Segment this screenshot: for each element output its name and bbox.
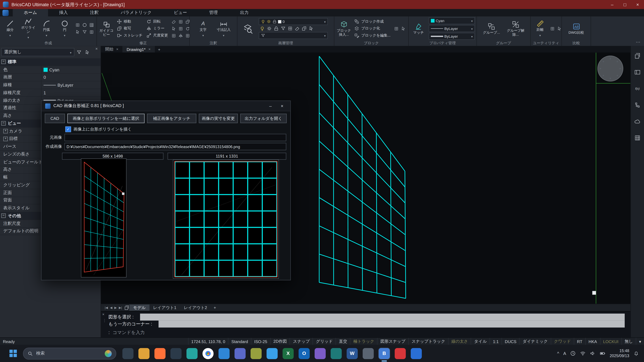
excel-icon[interactable]: X (282, 348, 294, 359)
arc-button[interactable]: 円弧 (38, 17, 55, 39)
status-field-17[interactable]: HKA (585, 338, 600, 345)
dialog-minimize-button[interactable]: – (269, 103, 272, 108)
circle-button[interactable]: 円 (56, 17, 73, 39)
vscode-icon[interactable] (218, 348, 230, 359)
property-value[interactable]: 1 (41, 89, 100, 96)
prev-layout-button[interactable]: ◀ (110, 306, 112, 309)
boundary-icon[interactable] (89, 29, 94, 34)
property-value[interactable]: Cyan (41, 66, 100, 73)
drag-handle-icon[interactable]: ⋮ (103, 320, 106, 322)
status-field-13[interactable]: DUCS (502, 338, 519, 345)
expand-icon[interactable]: + (3, 129, 8, 133)
word-icon[interactable]: W (347, 348, 358, 359)
app-indigo-icon[interactable] (234, 348, 246, 359)
bricsys-logo-icon[interactable] (2, 10, 9, 16)
checkbox-checked[interactable] (65, 126, 71, 132)
status-field-12[interactable]: 1:1 (490, 338, 502, 345)
panels-icon[interactable] (634, 69, 641, 75)
join-icon[interactable] (185, 33, 190, 38)
structure-panel-icon[interactable] (634, 102, 641, 108)
status-field-10[interactable]: 線の太さ (448, 338, 471, 345)
wifi-icon[interactable] (580, 351, 586, 356)
layer-tool-icon[interactable] (288, 26, 293, 31)
text-button[interactable]: A 文字 (194, 17, 212, 39)
block-create-button[interactable]: ブロック作成 (353, 18, 392, 25)
status-field-7[interactable]: 極トラック (350, 338, 377, 345)
dialog-title-bar[interactable]: CAD 画像台形補正 0.81 [ BricsCAD ] – × (42, 101, 290, 111)
rotate-button[interactable]: 回転 (145, 18, 169, 25)
last-layout-button[interactable]: ▶| (119, 306, 122, 309)
trim-icon[interactable] (178, 19, 183, 24)
match-properties-button[interactable]: マッチ (410, 17, 427, 39)
mirror-button[interactable]: ミラー (145, 25, 169, 32)
collapse-icon[interactable]: − (1, 121, 6, 126)
block-insert-button[interactable]: ブロック挿入... (336, 17, 352, 39)
layer-tool-icon[interactable] (260, 26, 265, 31)
move-button[interactable]: 移動 (116, 18, 144, 25)
array-icon[interactable] (178, 26, 183, 31)
region-icon[interactable] (82, 29, 87, 34)
next-layout-button[interactable]: ▶ (114, 306, 117, 309)
status-field-11[interactable]: タイル (471, 338, 490, 345)
property-value[interactable]: ByLayer (41, 81, 100, 89)
taskbar-search[interactable]: 検索 (23, 348, 116, 359)
block-edit-button[interactable]: ブロックを編集... (353, 32, 392, 39)
property-value[interactable]: 0 (41, 74, 100, 81)
status-field-9[interactable]: スナップトラック (408, 338, 448, 345)
file-explorer-icon[interactable] (138, 348, 150, 359)
render-panel-icon[interactable] (634, 135, 641, 141)
rectangle-icon[interactable] (75, 23, 80, 27)
explode-icon[interactable] (178, 33, 183, 38)
hatch-icon[interactable] (89, 23, 94, 27)
layout-tab-layout2[interactable]: レイアウト2 (180, 305, 211, 311)
change-image-size-button[interactable]: 画像の実寸を変更 (199, 114, 238, 123)
status-field-6[interactable]: 直交 (336, 338, 350, 345)
dwg-compare-button[interactable]: AB DWG比較 (565, 17, 588, 39)
calculator-icon[interactable] (186, 348, 198, 359)
status-field-19[interactable]: 無し (621, 338, 636, 345)
attach-corrected-image-button[interactable]: 補正画像をアタッチ (147, 114, 196, 123)
ribbon-tab-3[interactable]: パラメトリック (110, 9, 163, 16)
point-icon[interactable] (75, 29, 80, 34)
color-select[interactable]: Cyan (429, 17, 475, 24)
bricscad-icon[interactable]: B (379, 348, 390, 359)
select-icon[interactable] (171, 26, 176, 31)
battery-icon[interactable] (600, 351, 606, 356)
dimension-button[interactable]: 寸法記入 (215, 17, 232, 39)
status-field-16[interactable]: RT (574, 338, 585, 345)
polyline-button[interactable]: ポリライン (20, 17, 37, 39)
outlook-icon[interactable]: O (298, 348, 310, 359)
layer-tool-icon[interactable] (266, 26, 272, 31)
ungroup-button[interactable]: グループ解除... (504, 17, 527, 39)
panel-close-icon[interactable]: × (96, 46, 98, 51)
status-field-14[interactable]: ダイナミック (520, 338, 551, 345)
chamfer-icon[interactable] (171, 33, 176, 38)
start-button[interactable] (7, 347, 19, 360)
minimize-button[interactable]: – (606, 0, 618, 9)
clock-icon[interactable] (570, 351, 576, 356)
close-button[interactable]: × (631, 0, 644, 9)
layer-state-select[interactable] (259, 32, 328, 39)
fields-panel-icon[interactable]: f(x) (634, 85, 641, 92)
selection-filter-select[interactable]: 選択無し (1, 48, 74, 56)
status-field-20[interactable]: ▾ (636, 338, 644, 345)
status-field-18[interactable]: LOCKUI (600, 338, 621, 345)
ellipse-icon[interactable] (82, 23, 87, 27)
offset-icon[interactable] (185, 19, 190, 24)
select-entities-button[interactable] (84, 49, 91, 56)
open-output-folder-button[interactable]: 出力フォルダを開く (240, 114, 287, 123)
dialog-close-button[interactable]: × (281, 103, 284, 108)
first-layout-button[interactable]: |◀ (105, 306, 108, 309)
layer-tool-icon[interactable] (302, 26, 307, 31)
distance-button[interactable]: 距離 (532, 17, 548, 39)
widgets-icon[interactable] (122, 348, 134, 359)
notifications-icon[interactable] (633, 351, 639, 356)
scale-button[interactable]: 尺度変更 (145, 32, 169, 39)
group-button[interactable]: グループ... (480, 17, 503, 39)
ribbon-overflow-button[interactable]: ⋯ (636, 39, 641, 45)
ribbon-tab-2[interactable]: 注釈 (79, 9, 110, 16)
document-tab-start[interactable]: 開始 × (101, 46, 122, 52)
layer-tool-icon[interactable] (280, 26, 286, 31)
status-field-0[interactable]: 1724.51, 110.78, 0 (188, 338, 228, 345)
app-violet-icon[interactable] (314, 348, 326, 359)
